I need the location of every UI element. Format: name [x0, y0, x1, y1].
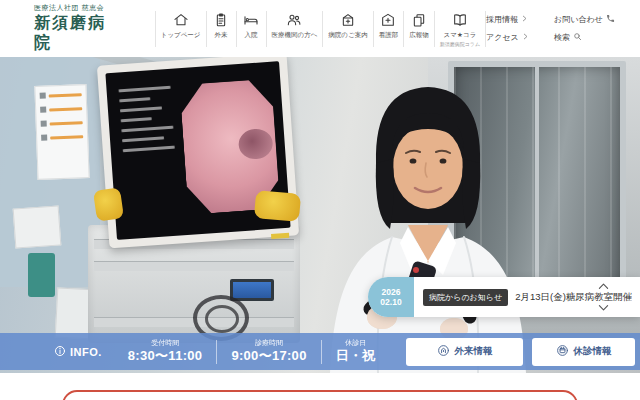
bed-icon [243, 11, 259, 28]
outpatient-info-button[interactable]: 外来情報 [406, 338, 523, 366]
search-link[interactable]: 検索 [554, 32, 632, 43]
hero-yellow-handle [93, 187, 124, 221]
divider [216, 340, 217, 364]
hospital-building-icon [340, 11, 356, 28]
logo-association: 医療法人社団 慈恵会 [34, 4, 107, 13]
outpatient-circle-icon [437, 344, 450, 359]
hero-device-screen [230, 279, 274, 301]
hero-doctor [312, 67, 544, 373]
hero-equipment [28, 253, 55, 297]
nav-label: 外来 [215, 31, 228, 40]
info-reception-hours: 受付時間 8:30〜11:00 [128, 339, 203, 364]
nav-item-outpatient[interactable]: 外来 [207, 11, 237, 47]
nav-label: 病院のご案内 [328, 31, 367, 40]
page: 医療法人社団 慈恵会 新須磨病院 トップページ 外来 入院 [0, 0, 640, 400]
home-icon [173, 11, 189, 28]
header-links: 採用情報 お問い合わせ アクセス 検索 [486, 14, 632, 43]
header: 医療法人社団 慈恵会 新須磨病院 トップページ 外来 入院 [0, 0, 640, 57]
phone-icon [606, 14, 615, 25]
chevron-right-icon [521, 15, 528, 24]
logo-hospital-name: 新須磨病院 [34, 13, 107, 53]
nav-item-top[interactable]: トップページ [155, 11, 207, 47]
hero-yellow-handle [254, 190, 301, 222]
divider [321, 340, 322, 364]
news-headline-link[interactable]: 2月13日(金)糖尿病教室開催 [515, 291, 632, 304]
hospital-logo[interactable]: 医療法人社団 慈恵会 新須磨病院 [34, 4, 107, 53]
closed-day-info-button[interactable]: 休診情報 [532, 338, 635, 366]
chevron-right-icon [522, 33, 529, 42]
info-consultation-hours: 診療時間 9:00〜17:00 [231, 339, 306, 364]
nav-label: スマ★コラ [444, 31, 476, 40]
nav-item-nursing[interactable]: 看護部 [374, 11, 405, 47]
nav-label: 医療機関の方へ [272, 31, 318, 40]
people-icon [286, 11, 302, 28]
nav-item-hospital-guide[interactable]: 病院のご案内 [323, 11, 373, 47]
news-bar: 2026 02.10 病院からのお知らせ 2月13日(金)糖尿病教室開催 [368, 277, 640, 317]
nav-label: トップページ [161, 31, 201, 40]
news-prev-button[interactable] [596, 280, 610, 292]
info-title-label: INFO. [70, 346, 102, 358]
info-closed-days: 休診日 日・祝 [336, 339, 376, 364]
nav-item-inpatient[interactable]: 入院 [237, 11, 267, 47]
news-year: 2026 [382, 287, 401, 297]
access-link-label: アクセス [486, 32, 519, 43]
info-item-value: 8:30〜11:00 [128, 348, 203, 364]
documents-icon [411, 11, 427, 28]
news-date-badge: 2026 02.10 [368, 277, 414, 317]
news-next-button[interactable] [596, 302, 610, 314]
news-category-badge: 病院からのお知らせ [423, 289, 508, 306]
clipboard-icon [213, 11, 229, 28]
hero-equipment [13, 205, 62, 248]
contact-link-label: お問い合わせ [554, 14, 603, 25]
recruit-link-label: 採用情報 [486, 14, 518, 25]
info-title: INFO. [54, 345, 102, 359]
contact-link[interactable]: お問い合わせ [554, 14, 632, 25]
nav-label: 看護部 [379, 31, 399, 40]
nav-item-medical-institutions[interactable]: 医療機関の方へ [267, 11, 324, 47]
info-circle-icon [54, 345, 66, 359]
nav-label: 入院 [245, 31, 258, 40]
hero-cable-coil [205, 305, 239, 333]
info-bar: INFO. 受付時間 8:30〜11:00 診療時間 9:00〜17:00 休診… [0, 333, 640, 370]
info-item-label: 受付時間 [151, 339, 179, 348]
outpatient-info-label: 外来情報 [455, 345, 493, 358]
info-item-label: 休診日 [345, 339, 366, 348]
emergency-notice-box[interactable] [62, 390, 578, 400]
search-icon [573, 32, 582, 43]
closed-day-circle-icon [556, 344, 569, 359]
recruit-link[interactable]: 採用情報 [486, 14, 548, 25]
nav-item-column[interactable]: スマ★コラ 新須磨病院コラム [435, 11, 486, 47]
closed-day-info-label: 休診情報 [574, 345, 612, 358]
info-item-label: 診療時間 [255, 339, 283, 348]
hero-photo [0, 57, 640, 373]
hero-endoscopy-monitor [97, 57, 299, 248]
open-book-icon [452, 11, 468, 28]
nav-sublabel: 新須磨病院コラム [440, 41, 480, 47]
info-buttons: 外来情報 休診情報 [406, 338, 635, 366]
nurse-cap-icon [380, 11, 396, 28]
main-nav: トップページ 外来 入院 医療機関の方へ [155, 11, 486, 47]
nav-item-publications[interactable]: 広報物 [404, 11, 435, 47]
search-link-label: 検索 [554, 32, 570, 43]
nav-label: 広報物 [409, 31, 429, 40]
access-link[interactable]: アクセス [486, 32, 548, 43]
info-item-value: 9:00〜17:00 [231, 348, 306, 364]
news-date: 02.10 [380, 297, 401, 307]
info-item-value: 日・祝 [336, 348, 376, 364]
hero-whiteboard [34, 84, 89, 180]
